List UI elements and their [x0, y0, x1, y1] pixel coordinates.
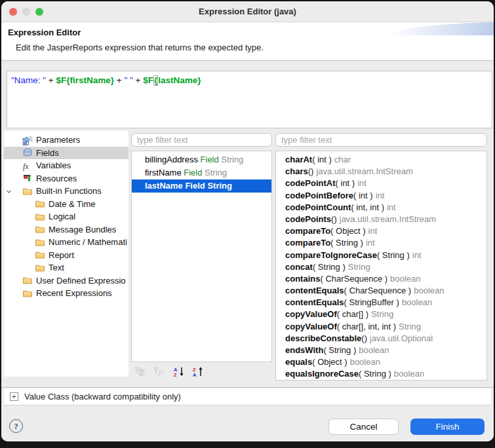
- fields-icon: [22, 147, 33, 158]
- methods-list: charAt( int )charchars()java.util.stream…: [275, 151, 487, 381]
- method-args: (): [308, 166, 314, 176]
- tree-item-message-bundles[interactable]: Message Bundles: [4, 223, 129, 236]
- method-return-type: int: [366, 238, 375, 248]
- method-name: chars: [285, 166, 308, 176]
- fields-filter-input[interactable]: [131, 133, 272, 147]
- chevron-down-icon[interactable]: [5, 187, 12, 197]
- field-type: String: [202, 168, 227, 177]
- method-item-describeConstable[interactable]: describeConstable()java.util.Optional: [276, 333, 486, 345]
- tree-item-parameters[interactable]: INParameters: [4, 134, 129, 147]
- method-item-contentEquals[interactable]: contentEquals( CharSequence )boolean: [276, 285, 486, 297]
- method-return-type: String: [348, 262, 370, 272]
- method-name: compareTo: [285, 238, 330, 248]
- svg-text:fx: fx: [23, 161, 29, 170]
- help-button[interactable]: ?: [9, 419, 23, 433]
- method-args: ( StringBuffer ): [344, 297, 399, 307]
- page-subtitle: Edit the JasperReports expression that r…: [16, 43, 264, 52]
- method-name: codePointBefore: [285, 191, 353, 200]
- method-return-type: java.util.stream.IntStream: [340, 214, 436, 224]
- method-args: ( String ): [323, 345, 356, 355]
- method-item-equals[interactable]: equals( Object )boolean: [276, 356, 486, 368]
- method-item-compareTo[interactable]: compareTo( String )int: [276, 237, 486, 249]
- expand-plus-icon[interactable]: +: [10, 392, 18, 401]
- method-return-type: boolean: [394, 369, 424, 379]
- tree-item-resources[interactable]: Resources: [4, 172, 129, 185]
- tree-item-built-in-functions[interactable]: Built-in Functions: [4, 185, 129, 198]
- method-item-contentEquals[interactable]: contentEquals( StringBuffer )boolean: [276, 297, 486, 308]
- method-item-contains[interactable]: contains( CharSequence )boolean: [276, 273, 486, 285]
- method-args: ( int ): [336, 178, 355, 188]
- expression-token-string: "Name: ": [11, 75, 46, 85]
- method-item-codePointBefore[interactable]: codePointBefore( int )int: [276, 190, 486, 202]
- method-return-type: boolean: [359, 345, 389, 355]
- cancel-button[interactable]: Cancel: [328, 419, 399, 435]
- expression-text-editor[interactable]: "Name: " + $F{firstName} + " " + $F{last…: [7, 71, 492, 128]
- tree-item-text[interactable]: Text: [4, 261, 129, 274]
- sort-za-icon[interactable]: ZA: [191, 365, 205, 377]
- header-decoration: [386, 22, 494, 37]
- method-name: codePointAt: [285, 178, 336, 188]
- filter-parameters-icon[interactable]: IN: [134, 365, 148, 377]
- method-return-type: boolean: [390, 274, 420, 284]
- tree-item-variables[interactable]: fxVariables: [4, 159, 129, 172]
- field-kind: Field: [182, 168, 203, 177]
- variables-icon: fx: [22, 160, 33, 171]
- method-return-type: java.util.stream.IntStream: [316, 166, 412, 176]
- method-name: equalsIgnoreCase: [285, 369, 359, 379]
- field-item-lastName[interactable]: lastName Field String: [132, 179, 271, 193]
- method-name: concat: [285, 262, 313, 272]
- title-bar: Expression Editor (java): [1, 1, 494, 22]
- window-title: Expression Editor (java): [1, 7, 494, 16]
- tree-item-recent-expressions[interactable]: Recent Expressions: [4, 287, 129, 300]
- method-item-charAt[interactable]: charAt( int )char: [276, 154, 486, 166]
- tree-item-label: Built-in Functions: [36, 186, 102, 196]
- folder-icon: [35, 250, 45, 260]
- tree-item-logical[interactable]: Logical: [4, 210, 129, 223]
- method-item-endsWith[interactable]: endsWith( String )boolean: [276, 345, 486, 356]
- method-item-compareToIgnoreCase[interactable]: compareToIgnoreCase( String )int: [276, 250, 486, 261]
- method-return-type: char: [334, 155, 351, 164]
- method-item-codePoints[interactable]: codePoints()java.util.stream.IntStream: [276, 214, 486, 225]
- method-name: compareTo: [285, 226, 330, 236]
- method-args: ( String ): [313, 262, 346, 272]
- method-args: ( int ): [353, 191, 373, 200]
- method-args: ( CharSequence ): [344, 286, 412, 295]
- folder-icon: [35, 263, 45, 273]
- method-item-codePointAt[interactable]: codePointAt( int )int: [276, 177, 486, 189]
- folder-icon: [35, 237, 45, 248]
- tree-item-label: Recent Expressions: [36, 288, 112, 298]
- method-item-copyValueOf[interactable]: copyValueOf( char[], int, int )String: [276, 321, 486, 333]
- finish-button[interactable]: Finish: [410, 419, 485, 435]
- filter-variables-icon[interactable]: fx: [153, 365, 167, 377]
- method-item-copyValueOf[interactable]: copyValueOf( char[] )String: [276, 308, 486, 320]
- field-name: firstName: [145, 168, 182, 177]
- method-args: ( String ): [330, 238, 363, 248]
- page-title: Expression Editor: [8, 28, 81, 37]
- folder-icon: [22, 288, 33, 299]
- svg-text:fx: fx: [159, 368, 164, 376]
- method-return-type: boolean: [414, 286, 444, 295]
- method-args: ( int, int ): [351, 202, 384, 212]
- tree-item-fields[interactable]: Fields: [4, 147, 129, 160]
- dialog-footer: ? Cancel Finish: [1, 405, 494, 441]
- tree-item-report[interactable]: Report: [4, 249, 129, 262]
- tree-item-user-defined-expressio[interactable]: User Defined Expressio: [4, 274, 129, 288]
- method-name: compareToIgnoreCase: [285, 250, 377, 260]
- expression-token-field: $F: [143, 75, 153, 85]
- field-item-firstName[interactable]: firstName Field String: [132, 166, 271, 179]
- tree-item-label: Variables: [36, 160, 71, 170]
- method-item-concat[interactable]: concat( String )String: [276, 261, 486, 273]
- field-item-billingAddress[interactable]: billingAddress Field String: [132, 153, 271, 166]
- sort-az-icon[interactable]: AZ: [172, 365, 186, 377]
- method-item-equalsIgnoreCase[interactable]: equalsIgnoreCase( String )boolean: [276, 368, 486, 380]
- field-kind: Field: [183, 181, 205, 191]
- method-name: contains: [285, 274, 320, 284]
- methods-filter-input[interactable]: [275, 133, 487, 147]
- method-return-type: int: [387, 202, 396, 212]
- tree-item-numeric-mathemati[interactable]: Numeric / Mathemati: [4, 236, 129, 249]
- value-class-section[interactable]: + Value Class (backward compatibility on…: [4, 388, 491, 405]
- method-item-chars[interactable]: chars()java.util.stream.IntStream: [276, 166, 486, 177]
- method-item-compareTo[interactable]: compareTo( Object )int: [276, 225, 486, 237]
- method-item-codePointCount[interactable]: codePointCount( int, int )int: [276, 202, 486, 214]
- tree-item-date-time[interactable]: Date & Time: [4, 198, 129, 211]
